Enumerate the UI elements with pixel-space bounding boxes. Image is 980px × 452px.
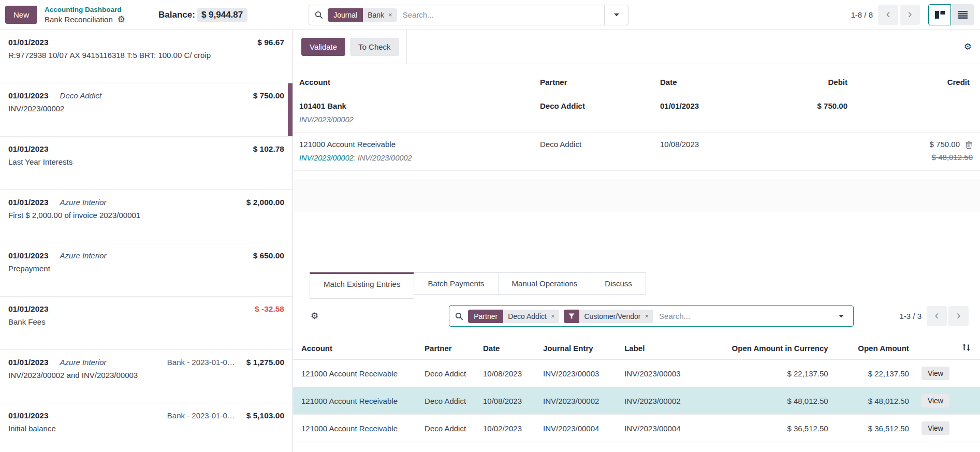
cell-debit: $ 750.00	[773, 101, 847, 110]
pager-previous-button[interactable]: ‹	[878, 5, 898, 25]
column-header-journal-entry[interactable]: Journal Entry	[537, 339, 618, 360]
chevron-right-icon: ›	[957, 308, 961, 323]
line-label: Last Year Interests	[8, 157, 284, 166]
close-icon[interactable]: ×	[645, 312, 649, 320]
match-search-dropdown-toggle[interactable]	[829, 306, 853, 326]
filter-icon	[564, 310, 579, 323]
cell-account: 121000 Account Receivable	[293, 415, 418, 442]
cell-open-amount-currency: $ 22,137.50	[711, 360, 835, 387]
gear-icon[interactable]: ⚙	[964, 42, 972, 51]
column-header-open-amount-currency[interactable]: Open Amount in Currency	[711, 339, 835, 360]
table-row-highlighted[interactable]: 121000 Account Receivable Deco Addict 10…	[293, 387, 980, 415]
column-header-label[interactable]: Label	[618, 339, 711, 360]
match-search-input[interactable]	[658, 311, 824, 321]
close-icon[interactable]: ×	[388, 11, 392, 19]
line-date: 01/01/2023	[8, 198, 49, 207]
line-label: Prepayment	[8, 264, 284, 273]
view-button[interactable]: View	[922, 394, 949, 407]
tab-match-existing-entries[interactable]: Match Existing Entries	[310, 272, 414, 299]
list-item[interactable]: 01/01/2023 Azure Interior Bank - 2023-01…	[0, 350, 292, 403]
cell-credit: $ 750.00	[930, 140, 960, 149]
list-item[interactable]: 01/01/2023 Bank - 2023-01-0… $ 5,103.00 …	[0, 403, 292, 452]
column-header-account[interactable]: Account	[293, 339, 418, 360]
line-amount: $ 2,000.00	[246, 198, 284, 207]
tab-discuss[interactable]: Discuss	[591, 272, 646, 295]
line-amount: $ 650.00	[253, 251, 284, 260]
match-pager-next-button[interactable]: ›	[948, 306, 969, 326]
list-view-button[interactable]	[951, 4, 974, 25]
column-header-credit: Credit	[854, 71, 980, 94]
partner-facet[interactable]: Partner Deco Addict ×	[468, 310, 559, 323]
cell-partner: Deco Addict	[540, 101, 648, 110]
facet-value: Customer/Vendor	[584, 312, 640, 320]
list-icon	[958, 11, 968, 19]
cell-move-link[interactable]: INV/2023/00002	[299, 154, 354, 162]
notebook-tabs: Match Existing Entries Batch Payments Ma…	[310, 272, 980, 299]
list-item[interactable]: 01/01/2023 $ 96.67 R:9772938 10/07 AX 94…	[0, 30, 292, 83]
line-amount: $ 1,275.00	[246, 358, 284, 367]
line-label: Initial balance	[8, 424, 284, 433]
list-item[interactable]: 01/01/2023 $ 102.78 Last Year Interests	[0, 137, 292, 190]
line-label: INV/2023/00002 and INV/2023/00003	[8, 371, 284, 380]
gear-icon[interactable]: ⚙	[311, 312, 318, 320]
customer-vendor-filter-facet[interactable]: Customer/Vendor ×	[564, 310, 653, 323]
new-button[interactable]: New	[5, 6, 37, 24]
match-search-bar: Partner Deco Addict × Customer/Vendor ×	[449, 305, 854, 327]
column-header-open-amount[interactable]: Open Amount	[835, 339, 915, 360]
journal-facet[interactable]: Journal Bank ×	[328, 8, 397, 22]
tab-batch-payments[interactable]: Batch Payments	[414, 272, 498, 295]
column-header-account: Account	[293, 71, 534, 94]
view-button[interactable]: View	[922, 367, 949, 380]
cell-date: 10/08/2023	[477, 387, 537, 415]
line-partner: Azure Interior	[60, 358, 107, 367]
list-item[interactable]: 01/01/2023 Azure Interior $ 2,000.00 Fir…	[0, 190, 292, 243]
search-icon	[455, 312, 463, 320]
line-amount: $ 102.78	[253, 144, 284, 154]
gear-icon[interactable]: ⚙	[118, 15, 125, 24]
view-button[interactable]: View	[922, 421, 949, 435]
cell-date: 10/02/2023	[477, 415, 537, 442]
list-item[interactable]: 01/01/2023 $ -32.58 Bank Fees	[0, 297, 292, 350]
line-amount: $ 5,103.00	[246, 411, 284, 420]
table-row[interactable]: 121000 Account Receivable INV/2023/00002…	[293, 133, 980, 171]
trash-icon[interactable]	[965, 140, 973, 149]
cell-account-sub: INV/2023/00002	[299, 115, 528, 124]
pager-next-button[interactable]: ›	[900, 5, 920, 25]
cell-label: INV/2023/00002	[618, 387, 711, 415]
column-header-partner[interactable]: Partner	[418, 339, 477, 360]
search-input[interactable]	[402, 10, 599, 20]
facet-value: Bank	[368, 11, 384, 19]
column-header-partner: Partner	[534, 71, 654, 94]
kanban-view-button[interactable]	[928, 4, 951, 25]
column-header-date[interactable]: Date	[477, 339, 537, 360]
line-date: 01/01/2023	[8, 91, 49, 100]
cell-partner: Deco Addict	[540, 140, 648, 149]
validate-button[interactable]: Validate	[301, 38, 345, 56]
chevron-left-icon: ‹	[886, 7, 890, 21]
toggle-columns-icon[interactable]	[962, 343, 971, 352]
cell-partner: Deco Addict	[418, 360, 477, 387]
cell-date: 10/08/2023	[660, 140, 760, 149]
facet-label: Journal	[328, 8, 363, 22]
line-date: 01/01/2023	[8, 411, 49, 420]
line-label: R:9772938 10/07 AX 9415116318 T:5 BRT: 1…	[8, 51, 284, 60]
match-pager-previous-button[interactable]: ‹	[927, 306, 947, 326]
chevron-down-icon	[838, 314, 844, 318]
table-row[interactable]: 101401 Bank INV/2023/00002 Deco Addict 0…	[293, 94, 980, 133]
cell-journal-entry: INV/2023/00003	[537, 360, 618, 387]
line-partner: Deco Addict	[60, 91, 101, 100]
pager-value: 1-8 / 8	[851, 10, 873, 19]
breadcrumb-parent-link[interactable]: Accounting Dashboard	[45, 5, 125, 14]
table-row[interactable]: 121000 Account Receivable Deco Addict 10…	[293, 415, 980, 442]
close-icon[interactable]: ×	[551, 312, 555, 320]
list-item[interactable]: 01/01/2023 Azure Interior $ 650.00 Prepa…	[0, 243, 292, 297]
list-item-selected[interactable]: 01/01/2023 Deco Addict $ 750.00 INV/2023…	[0, 83, 292, 137]
to-check-button[interactable]: To Check	[350, 38, 399, 56]
facet-value: Deco Addict	[508, 312, 547, 320]
line-date: 01/01/2023	[8, 358, 49, 367]
empty-band	[293, 179, 980, 212]
table-row[interactable]: 121000 Account Receivable Deco Addict 10…	[293, 360, 980, 387]
search-dropdown-toggle[interactable]	[604, 5, 628, 25]
tab-manual-operations[interactable]: Manual Operations	[498, 272, 592, 295]
column-header-debit: Debit	[767, 71, 854, 94]
